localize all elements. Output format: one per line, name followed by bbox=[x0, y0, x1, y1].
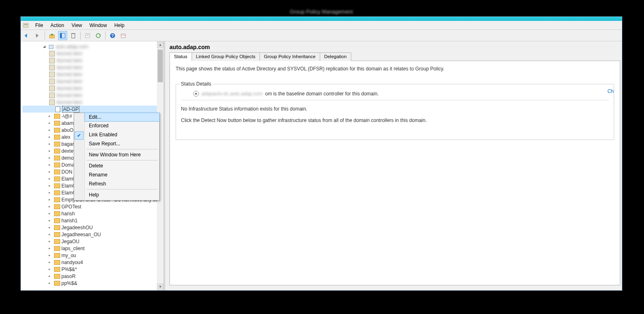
tree-ou-item[interactable]: ▸JegaOU bbox=[23, 238, 164, 245]
tree-item[interactable]: blurred item bbox=[23, 92, 164, 99]
ctx-delete[interactable]: Delete bbox=[85, 161, 159, 170]
baseline-dc-row: ▶ adapauto-dc.auto.adap.com om is the ba… bbox=[193, 91, 609, 97]
ctx-help[interactable]: Help bbox=[85, 190, 159, 199]
expander-icon[interactable]: ▸ bbox=[49, 128, 53, 132]
menu-help[interactable]: Help bbox=[111, 22, 128, 29]
expander-icon[interactable]: ▸ bbox=[49, 226, 53, 229]
ctx-rename[interactable]: Rename bbox=[85, 170, 159, 179]
tree-ou-item[interactable]: ▸pasoR bbox=[23, 273, 164, 280]
expander-icon[interactable]: ▸ bbox=[49, 191, 53, 194]
tab-delegation[interactable]: Delegation bbox=[320, 52, 351, 61]
expand-details-button[interactable]: ▶ bbox=[193, 91, 199, 97]
ou-folder-icon bbox=[54, 190, 60, 196]
tree-item[interactable]: blurred item bbox=[23, 71, 164, 78]
expander-icon[interactable]: ▸ bbox=[49, 253, 53, 257]
tree-item[interactable]: blurred item bbox=[23, 99, 164, 106]
tree-ou-item[interactable]: ▸Jegadheesan_OU bbox=[23, 231, 164, 238]
properties-button[interactable] bbox=[83, 31, 92, 40]
expander-icon[interactable]: ▸ bbox=[49, 163, 53, 167]
expander-icon[interactable]: ▸ bbox=[49, 184, 53, 187]
expander-icon[interactable]: ▸ bbox=[49, 267, 53, 271]
expander-icon[interactable]: ▸ bbox=[49, 281, 53, 285]
tree-item[interactable]: blurred item bbox=[23, 78, 164, 85]
tree-ou-item[interactable]: ▸harish bbox=[23, 210, 164, 217]
expander-icon[interactable]: ▸ bbox=[49, 260, 53, 264]
tree-label: DON bbox=[61, 169, 72, 175]
tree-item[interactable]: blurred item bbox=[23, 64, 164, 71]
scroll-up-button[interactable]: ▲ bbox=[157, 41, 164, 48]
ctx-save-report[interactable]: Save Report... bbox=[85, 139, 159, 148]
expander-icon[interactable]: ▸ bbox=[49, 274, 53, 278]
help-button[interactable]: ? bbox=[108, 31, 117, 40]
expander-icon[interactable]: ▸ bbox=[49, 205, 53, 208]
tree-ou-item[interactable]: ▸my_ou bbox=[23, 252, 164, 259]
ctx-edit[interactable]: Edit... bbox=[84, 113, 160, 122]
tree-label: abam bbox=[61, 120, 74, 126]
expander-icon[interactable]: ▸ bbox=[49, 177, 53, 181]
tab-inheritance[interactable]: Group Policy Inheritance bbox=[260, 52, 320, 61]
menu-action[interactable]: Action bbox=[47, 22, 68, 29]
ctx-enforced[interactable]: Enforced bbox=[85, 121, 159, 130]
expander-icon[interactable]: ▸ bbox=[49, 198, 53, 201]
expander-icon[interactable]: ▸ bbox=[49, 239, 53, 243]
ou-folder-icon bbox=[54, 280, 60, 287]
nav-forward-button[interactable] bbox=[33, 31, 42, 40]
tree-ou-item[interactable]: ▸JegadeeshOU bbox=[23, 224, 164, 231]
tree-item[interactable]: blurred item bbox=[23, 57, 164, 64]
tree-item[interactable]: blurred item bbox=[23, 85, 164, 92]
ctx-link-enabled[interactable]: Link Enabled bbox=[85, 130, 159, 139]
tree-ou-item[interactable]: ▸pp%$& bbox=[23, 280, 164, 287]
scroll-down-button[interactable]: ▼ bbox=[157, 283, 164, 290]
titlebar[interactable] bbox=[21, 17, 622, 21]
expander-icon[interactable]: ▸ bbox=[49, 156, 53, 160]
expander-icon[interactable]: ▸ bbox=[49, 219, 53, 222]
tree-ou-item[interactable]: ▸GPOTest bbox=[23, 203, 164, 210]
mmc-icon bbox=[23, 22, 29, 29]
tree-ou-item[interactable]: ▸nandyou4 bbox=[23, 259, 164, 266]
tree-item[interactable]: blurred item bbox=[23, 50, 164, 57]
tree-label: blurred item bbox=[56, 99, 82, 105]
detail-title: auto.adap.com bbox=[169, 43, 620, 52]
ctx-new-window[interactable]: New Window from Here bbox=[85, 150, 159, 159]
change-dc-link[interactable]: Ch bbox=[608, 88, 614, 94]
ou-folder-icon bbox=[54, 197, 60, 203]
expander-icon[interactable]: ▸ bbox=[49, 121, 53, 125]
delete-button[interactable] bbox=[69, 31, 78, 40]
menu-window[interactable]: Window bbox=[86, 22, 111, 29]
expander-icon[interactable]: ▸ bbox=[49, 149, 53, 153]
tab-status[interactable]: Status bbox=[169, 52, 192, 61]
context-menu-gutter: ✔ bbox=[74, 113, 85, 200]
ou-folder-icon bbox=[54, 127, 60, 133]
tree-ou-item[interactable]: ▸P%$&* bbox=[23, 266, 164, 273]
expander-icon[interactable]: ▸ bbox=[49, 246, 53, 250]
show-hide-tree-button[interactable] bbox=[58, 31, 67, 40]
expander-icon[interactable]: ▸ bbox=[49, 170, 53, 174]
svg-rect-4 bbox=[60, 33, 62, 38]
ctx-refresh[interactable]: Refresh bbox=[85, 179, 159, 188]
ou-folder-icon bbox=[54, 113, 60, 120]
tree-ou-item[interactable]: ▸laps_client bbox=[23, 245, 164, 252]
scroll-thumb[interactable] bbox=[158, 50, 163, 82]
wizard-button[interactable] bbox=[119, 31, 128, 40]
tab-linked-gpo[interactable]: Linked Group Policy Objects bbox=[192, 52, 260, 61]
nav-back-button[interactable] bbox=[23, 31, 32, 40]
expander-icon[interactable]: ▸ bbox=[49, 135, 53, 139]
up-folder-button[interactable] bbox=[47, 31, 56, 40]
tree-label: Elam0 bbox=[61, 183, 75, 189]
tab-body-status: This page shows the status of Active Dir… bbox=[169, 61, 620, 285]
expander-icon[interactable]: ▸ bbox=[49, 142, 53, 146]
tree-domain-root[interactable]: ◢ auto.adap.com bbox=[23, 43, 164, 50]
menu-file[interactable]: File bbox=[32, 22, 47, 29]
expander-icon[interactable]: ▸ bbox=[49, 233, 53, 236]
menu-view[interactable]: View bbox=[68, 22, 86, 29]
tree-ou-item[interactable]: ▸harish1 bbox=[23, 217, 164, 224]
baseline-dc-text: om is the baseline domain controller for… bbox=[265, 91, 378, 97]
check-slot bbox=[74, 191, 85, 200]
expander-icon[interactable]: ▸ bbox=[49, 212, 53, 215]
tree-gpo-selected[interactable]: AD-GP bbox=[23, 106, 164, 113]
svg-rect-1 bbox=[24, 24, 27, 25]
refresh-button[interactable] bbox=[94, 31, 103, 40]
expander-icon[interactable]: ▸ bbox=[49, 114, 53, 118]
tree-label: blurred item bbox=[56, 86, 82, 91]
expander-icon[interactable]: ◢ bbox=[43, 45, 47, 48]
